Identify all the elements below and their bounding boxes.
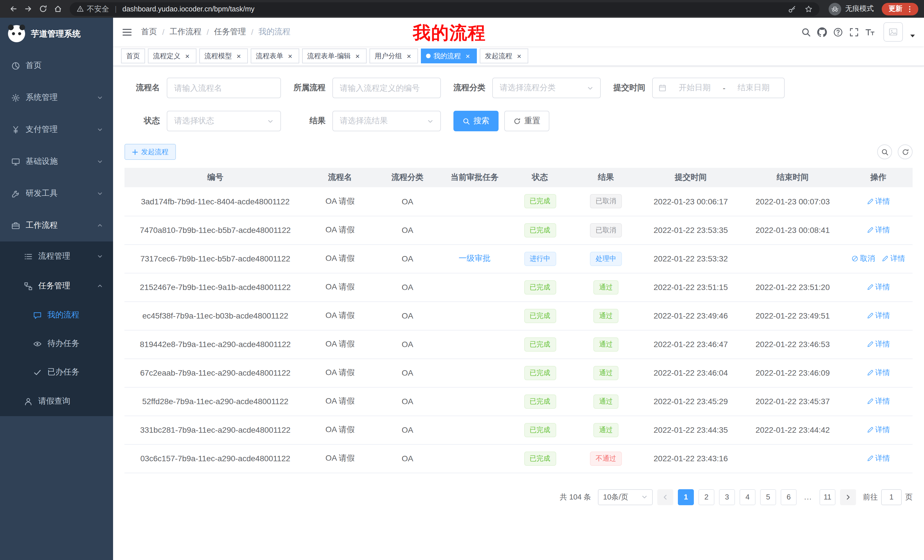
address-bar[interactable]: 不安全 | dashboard.yudao.iocoder.cn/bpm/tas… — [70, 2, 819, 16]
status-select[interactable]: 请选择状态 — [167, 111, 281, 131]
page-button-6[interactable]: 6 — [781, 489, 796, 505]
kebab-menu-icon[interactable] — [906, 5, 913, 12]
process-name-input[interactable] — [174, 83, 273, 93]
app-logo-row[interactable]: 芋道管理系统 — [0, 18, 113, 49]
hamburger-icon[interactable] — [122, 27, 132, 37]
sidebar-item-home[interactable]: 首页 — [0, 49, 113, 82]
cell-result: 已取消 — [572, 187, 640, 216]
tab-close-icon[interactable]: × — [464, 52, 472, 60]
tab-close-icon[interactable]: × — [286, 52, 294, 60]
action-detail-link[interactable]: 详情 — [867, 453, 890, 464]
tab-user-group[interactable]: 用户分组× — [369, 48, 418, 63]
tab-close-icon[interactable]: × — [354, 52, 362, 60]
breadcrumb-item[interactable]: 工作流程 — [170, 27, 202, 37]
result-select-placeholder: 请选择流结果 — [340, 116, 388, 126]
sidebar-item-my-process[interactable]: 我的流程 — [0, 301, 113, 329]
tab-process-form-edit[interactable]: 流程表单-编辑× — [302, 48, 367, 63]
action-detail-link[interactable]: 详情 — [867, 282, 890, 292]
action-detail-link[interactable]: 详情 — [867, 225, 890, 235]
tab-home[interactable]: 首页 — [121, 48, 145, 63]
incognito-avatar[interactable] — [829, 3, 841, 15]
search-toggle-button[interactable] — [877, 144, 892, 159]
page-button-2[interactable]: 2 — [698, 489, 714, 505]
tab-start-process[interactable]: 发起流程× — [480, 48, 528, 63]
page-content: 流程名 所属流程 流程分类 请选择流程分类 提交时间 开始日期 - — [113, 66, 924, 560]
tab-close-icon[interactable]: × — [235, 52, 243, 60]
update-button[interactable]: 更新 — [882, 3, 918, 15]
sidebar-item-system[interactable]: 系统管理 — [0, 82, 113, 114]
sidebar-item-leave-query[interactable]: 请假查询 — [0, 386, 113, 416]
sidebar-item-devtools[interactable]: 研发工具 — [0, 178, 113, 210]
page-button-4[interactable]: 4 — [740, 489, 756, 505]
breadcrumb-item[interactable]: 首页 — [141, 27, 157, 37]
tab-process-form[interactable]: 流程表单× — [251, 48, 299, 63]
search-button[interactable]: 搜索 — [453, 111, 498, 131]
help-icon[interactable] — [833, 27, 843, 37]
current-task-link[interactable]: 一级审批 — [459, 253, 490, 263]
action-detail-link[interactable]: 详情 — [867, 396, 890, 406]
cell-category: OA — [374, 358, 441, 387]
sidebar-item-todo-task[interactable]: 待办任务 — [0, 329, 113, 358]
sidebar-item-process-management[interactable]: 流程管理 — [0, 241, 113, 271]
next-page-button[interactable] — [840, 489, 856, 505]
process-def-input[interactable] — [340, 83, 434, 93]
password-key-icon[interactable] — [788, 5, 796, 13]
reset-button-label: 重置 — [524, 116, 540, 126]
security-status: 不安全 — [76, 4, 109, 14]
browser-reload-button[interactable] — [35, 1, 50, 16]
tab-process-definition[interactable]: 流程定义× — [148, 48, 196, 63]
sidebar-item-payment[interactable]: 支付管理 — [0, 114, 113, 145]
action-label: 详情 — [875, 339, 890, 349]
page-more-icon[interactable]: ... — [801, 493, 815, 501]
browser-forward-button[interactable] — [21, 1, 35, 16]
caret-down-icon[interactable] — [910, 34, 915, 38]
page-button-11[interactable]: 11 — [819, 489, 836, 505]
sidebar-item-done-task[interactable]: 已办任务 — [0, 358, 113, 386]
action-detail-link[interactable]: 详情 — [867, 425, 890, 435]
status-badge: 已完成 — [524, 365, 556, 380]
page-button-5[interactable]: 5 — [760, 489, 776, 505]
user-avatar[interactable] — [884, 22, 903, 42]
edit-icon — [867, 427, 873, 433]
tab-my-process[interactable]: 我的流程× — [421, 48, 477, 63]
category-select[interactable]: 请选择流程分类 — [492, 78, 601, 98]
tab-close-icon[interactable]: × — [183, 52, 191, 60]
tab-close-icon[interactable]: × — [515, 52, 523, 60]
breadcrumb-item[interactable]: 任务管理 — [214, 27, 246, 37]
reset-button[interactable]: 重置 — [504, 111, 549, 131]
action-detail-link[interactable]: 详情 — [882, 253, 905, 264]
page-size-select[interactable]: 10条/页 — [598, 489, 653, 505]
github-icon[interactable] — [817, 27, 827, 37]
sidebar-item-workflow[interactable]: 工作流程 — [0, 210, 113, 241]
header-search-icon[interactable] — [801, 27, 811, 37]
list-icon — [24, 252, 33, 261]
cell-actions: 详情 — [844, 416, 913, 444]
goto-page-input[interactable] — [881, 489, 902, 505]
fullscreen-icon[interactable] — [849, 27, 859, 37]
sidebar-item-task-management[interactable]: 任务管理 — [0, 271, 113, 301]
action-detail-link[interactable]: 详情 — [867, 368, 890, 378]
result-label: 结果 — [294, 116, 326, 126]
sidebar-item-infrastructure[interactable]: 基础设施 — [0, 145, 113, 178]
page-button-1[interactable]: 1 — [678, 489, 694, 505]
submit-time-range-picker[interactable]: 开始日期 - 结束日期 — [652, 78, 784, 98]
action-detail-link[interactable]: 详情 — [867, 339, 890, 349]
font-size-icon[interactable] — [865, 27, 875, 37]
result-select[interactable]: 请选择流结果 — [332, 111, 441, 131]
tab-close-icon[interactable]: × — [405, 52, 413, 60]
action-detail-link[interactable]: 详情 — [867, 196, 890, 207]
prev-page-button[interactable] — [657, 489, 673, 505]
create-process-button[interactable]: 发起流程 — [124, 144, 176, 160]
table-refresh-button[interactable] — [898, 144, 913, 159]
page-button-3[interactable]: 3 — [719, 489, 735, 505]
browser-back-button[interactable] — [6, 1, 21, 16]
tab-process-model[interactable]: 流程模型× — [199, 48, 248, 63]
bookmark-star-icon[interactable] — [805, 5, 813, 13]
cell-submit-time: 2022-01-22 23:49:46 — [640, 301, 741, 330]
browser-home-button[interactable] — [50, 1, 65, 16]
chat-icon — [33, 311, 42, 319]
cell-status: 已完成 — [508, 187, 572, 216]
action-label: 详情 — [875, 282, 890, 292]
action-detail-link[interactable]: 详情 — [867, 310, 890, 321]
action-cancel-link[interactable]: 取消 — [852, 253, 875, 264]
